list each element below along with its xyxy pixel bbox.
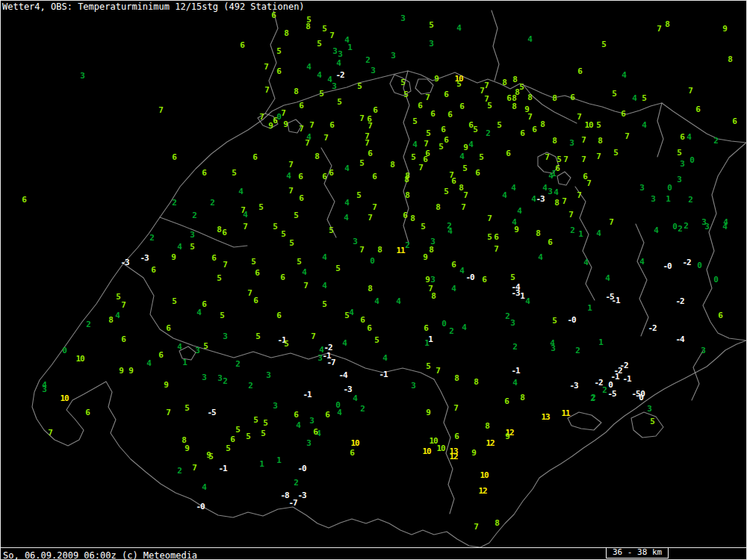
station-temp: -1 <box>511 367 519 375</box>
station-temp: -2 <box>594 379 602 387</box>
station-temp: -1 <box>622 375 630 383</box>
station-temp: 5 <box>203 342 208 350</box>
station-temp: 5 <box>650 417 654 426</box>
station-temp: 5 <box>613 149 618 157</box>
station-temp: 2 <box>360 405 365 413</box>
station-temp: 3 <box>548 187 552 196</box>
station-temp: 4 <box>322 281 326 290</box>
station-temp: 6 <box>570 93 574 102</box>
station-temp: 0 <box>672 223 677 231</box>
station-temp: 4 <box>459 267 464 275</box>
station-temp: 6 <box>494 233 498 241</box>
station-temp: 8 <box>527 93 532 102</box>
station-temp: 1 <box>347 43 352 52</box>
station-temp: 8 <box>294 87 298 96</box>
station-temp: -8 <box>280 491 288 500</box>
station-temp: 5 <box>497 121 501 129</box>
station-temp: 5 <box>226 444 230 452</box>
station-temp: 4 <box>605 274 610 282</box>
station-temp: 5 <box>116 293 120 301</box>
station-temp: 0 <box>713 276 718 284</box>
station-temp: 5 <box>473 125 477 134</box>
station-temp: 3 <box>400 14 405 22</box>
station-temp: 8 <box>502 78 506 87</box>
station-temp: 5 <box>319 90 323 98</box>
station-temp: 3 <box>309 417 314 425</box>
station-temp: 5 <box>185 404 189 412</box>
station-temp: 5 <box>190 243 194 251</box>
station-temp: 1 <box>666 195 670 203</box>
station-temp: 6 <box>520 129 524 137</box>
station-temp: 6 <box>273 116 277 125</box>
station-temp: 3 <box>411 382 415 390</box>
station-temp: 10 <box>422 447 430 455</box>
station-temp: 6 <box>360 316 365 324</box>
wetter4-window: Wetter4, OBS: Temperaturminimum 12/15stg… <box>0 0 747 560</box>
station-temp: 10 <box>584 121 592 129</box>
station-temp: 4 <box>286 172 291 180</box>
station-temp: 12 <box>486 439 494 447</box>
station-temp: 4 <box>527 35 532 43</box>
station-temp: 6 <box>418 102 422 110</box>
station-temp: 7 <box>463 191 468 199</box>
station-temp: 6 <box>441 125 445 134</box>
station-temp: -3 <box>511 289 519 297</box>
station-temp: 10 <box>436 444 444 452</box>
station-temp: 7 <box>158 106 163 114</box>
station-temp: 5 <box>217 274 221 282</box>
station-temp: 8 <box>536 229 540 237</box>
station-temp: 3 <box>353 237 357 246</box>
station-temp: 4 <box>511 184 515 192</box>
station-temp: 8 <box>436 203 440 211</box>
station-temp: 9 <box>425 276 430 284</box>
station-temp: 2 <box>684 222 688 230</box>
station-temp: -0 <box>297 464 306 473</box>
station-temp: -3 <box>536 195 544 203</box>
station-temp: 6 <box>368 149 372 158</box>
station-temp: 3 <box>223 332 227 340</box>
station-temp: 5 <box>263 419 267 427</box>
station-temp: 5 <box>456 80 461 88</box>
station-temp: 6 <box>294 411 298 419</box>
station-temp: 5 <box>519 83 524 91</box>
station-temp: 6 <box>718 311 722 320</box>
station-temp: 2 <box>486 129 490 137</box>
station-temp: 3 <box>190 231 194 239</box>
station-temp: 4 <box>459 152 464 161</box>
station-temp: 4 <box>322 253 326 261</box>
station-temp: 2 <box>449 327 453 335</box>
station-temp: 4 <box>542 184 547 192</box>
station-temp: 3 <box>647 405 651 413</box>
station-temp: 7 <box>474 523 478 531</box>
station-temp: 6 <box>325 411 329 419</box>
station-temp: 7 <box>365 139 369 147</box>
station-temp: 8 <box>377 246 382 254</box>
station-temp: 8 <box>495 519 499 527</box>
station-temp: 6 <box>222 228 226 237</box>
station-temp: 3 <box>430 276 435 284</box>
station-temp: 7 <box>624 132 629 140</box>
station-temp: 4 <box>396 297 400 305</box>
station-temp: 3 <box>195 346 199 355</box>
station-temp: 5 <box>444 187 448 196</box>
station-temp: 3 <box>80 72 84 80</box>
station-temp: 5 <box>426 362 430 370</box>
station-temp: 6 <box>276 67 281 75</box>
station-temp: 5 <box>462 164 467 172</box>
station-temp: 6 <box>322 172 326 181</box>
station-temp: -3 <box>120 258 128 267</box>
station-temp: 5 <box>335 264 340 273</box>
station-temp: 6 <box>447 111 452 119</box>
station-temp: 5 <box>337 98 341 106</box>
station-temp: 5 <box>322 300 326 308</box>
station-temp: 7 <box>372 203 376 211</box>
station-temp: 2 <box>86 320 90 329</box>
station-temp: 5 <box>421 223 425 231</box>
station-temp: 7 <box>527 113 532 121</box>
station-temp: 5 <box>357 82 362 90</box>
station-temp: 5 <box>208 452 213 461</box>
station-temp: 5 <box>297 258 301 266</box>
station-temp: 8 <box>429 246 433 254</box>
station-temp: 6 <box>482 276 486 284</box>
window-title: Wetter4, OBS: Temperaturminimum 12/15stg… <box>2 1 305 12</box>
